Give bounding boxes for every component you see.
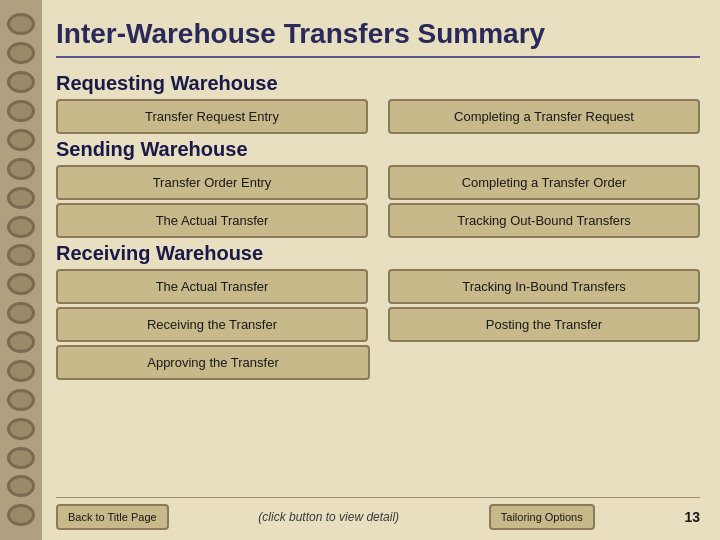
- button-row-1-1: The Actual TransferTracking Out-Bound Tr…: [56, 203, 700, 238]
- section-header-1: Sending Warehouse: [56, 138, 700, 161]
- button-row-2-0: The Actual TransferTracking In-Bound Tra…: [56, 269, 700, 304]
- spiral-ring: [7, 273, 35, 295]
- spiral-ring: [7, 504, 35, 526]
- nav-button-2-1-right[interactable]: Posting the Transfer: [388, 307, 700, 342]
- section-header-0: Requesting Warehouse: [56, 72, 700, 95]
- main-content: Inter-Warehouse Transfers Summary Reques…: [42, 0, 720, 540]
- spiral-ring: [7, 389, 35, 411]
- spiral-ring: [7, 129, 35, 151]
- spiral-ring: [7, 158, 35, 180]
- nav-button-0-0-right[interactable]: Completing a Transfer Request: [388, 99, 700, 134]
- spiral-ring: [7, 71, 35, 93]
- spiral-ring: [7, 475, 35, 497]
- nav-button-2-1-left[interactable]: Receiving the Transfer: [56, 307, 368, 342]
- section-header-2: Receiving Warehouse: [56, 242, 700, 265]
- spiral-ring: [7, 360, 35, 382]
- nav-button-1-1-right[interactable]: Tracking Out-Bound Transfers: [388, 203, 700, 238]
- nav-button-0-0-left[interactable]: Transfer Request Entry: [56, 99, 368, 134]
- page-number: 13: [684, 509, 700, 525]
- page: Inter-Warehouse Transfers Summary Reques…: [0, 0, 720, 540]
- spiral-ring: [7, 447, 35, 469]
- spiral-binding: [0, 0, 42, 540]
- spiral-ring: [7, 418, 35, 440]
- spiral-ring: [7, 187, 35, 209]
- spiral-ring: [7, 216, 35, 238]
- spiral-ring: [7, 331, 35, 353]
- footer-hint: (click button to view detail): [258, 510, 399, 524]
- page-title: Inter-Warehouse Transfers Summary: [56, 18, 700, 58]
- tailoring-options-button[interactable]: Tailoring Options: [489, 504, 595, 530]
- footer: Back to Title Page (click button to view…: [56, 497, 700, 530]
- nav-button-1-1-left[interactable]: The Actual Transfer: [56, 203, 368, 238]
- button-row-1-0: Transfer Order EntryCompleting a Transfe…: [56, 165, 700, 200]
- back-to-title-button[interactable]: Back to Title Page: [56, 504, 169, 530]
- spiral-ring: [7, 302, 35, 324]
- sections-container: Requesting WarehouseTransfer Request Ent…: [56, 68, 700, 383]
- nav-button-2-0-right[interactable]: Tracking In-Bound Transfers: [388, 269, 700, 304]
- spiral-ring: [7, 13, 35, 35]
- nav-button-2-2-left[interactable]: Approving the Transfer: [56, 345, 370, 380]
- button-row-2-2: Approving the Transfer: [56, 345, 700, 380]
- nav-button-1-0-left[interactable]: Transfer Order Entry: [56, 165, 368, 200]
- button-row-2-1: Receiving the TransferPosting the Transf…: [56, 307, 700, 342]
- button-row-0-0: Transfer Request EntryCompleting a Trans…: [56, 99, 700, 134]
- nav-button-2-0-left[interactable]: The Actual Transfer: [56, 269, 368, 304]
- spiral-ring: [7, 100, 35, 122]
- nav-button-1-0-right[interactable]: Completing a Transfer Order: [388, 165, 700, 200]
- spiral-ring: [7, 244, 35, 266]
- nav-button-2-2-right: [390, 345, 700, 380]
- spiral-ring: [7, 42, 35, 64]
